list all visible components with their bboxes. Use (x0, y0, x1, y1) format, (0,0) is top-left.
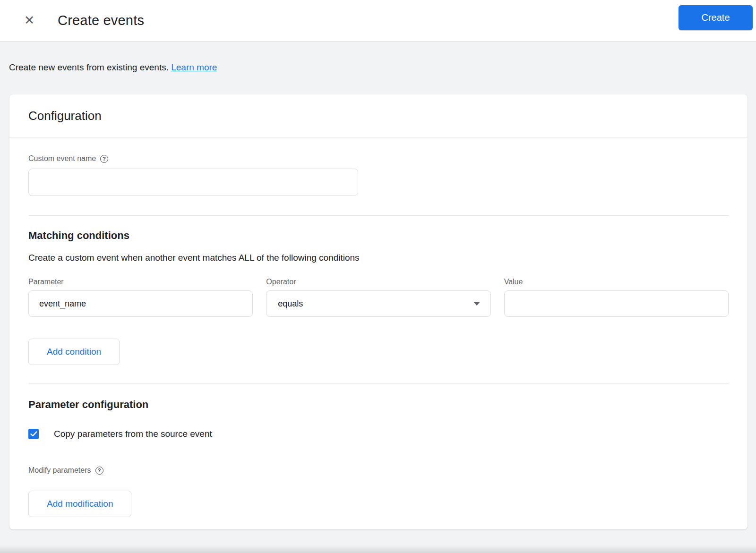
custom-event-name-label: Custom event name (28, 154, 96, 163)
add-modification-button[interactable]: Add modification (28, 491, 131, 517)
copy-parameters-label: Copy parameters from the source event (54, 429, 212, 439)
modify-parameters-row: Modify parameters ? (28, 466, 729, 475)
condition-row: Parameter Operator equals Value (28, 278, 729, 317)
create-button[interactable]: Create (679, 5, 753, 30)
parameter-configuration-section: Parameter configuration Copy parameters … (9, 383, 747, 517)
parameter-label: Parameter (28, 278, 253, 286)
operator-select[interactable]: equals (266, 290, 490, 317)
value-input[interactable] (504, 290, 729, 317)
help-icon[interactable]: ? (95, 467, 103, 475)
close-icon: ✕ (24, 14, 35, 27)
operator-label: Operator (266, 278, 490, 286)
copy-parameters-checkbox[interactable] (28, 429, 39, 439)
page-title: Create events (58, 13, 144, 28)
modify-parameters-label: Modify parameters (28, 466, 91, 475)
bottom-shadow (0, 545, 756, 553)
matching-conditions-section: Matching conditions Create a custom even… (9, 216, 747, 365)
add-condition-button[interactable]: Add condition (28, 339, 120, 365)
operator-column: Operator equals (266, 278, 490, 317)
close-button[interactable]: ✕ (21, 12, 38, 29)
intro-description: Create new events from existing events. (9, 62, 169, 72)
parameter-configuration-title: Parameter configuration (28, 399, 729, 411)
configuration-title: Configuration (28, 109, 729, 123)
parameter-column: Parameter (28, 278, 253, 317)
dialog-header: ✕ Create events Create (0, 0, 756, 42)
chevron-down-icon (473, 302, 480, 306)
checkmark-icon (30, 431, 37, 437)
help-icon[interactable]: ? (100, 155, 108, 163)
matching-conditions-description: Create a custom event when another event… (28, 253, 729, 263)
value-label: Value (504, 278, 729, 286)
operator-selected-value: equals (278, 299, 303, 309)
card-header: Configuration (9, 94, 747, 137)
copy-parameters-row[interactable]: Copy parameters from the source event (28, 429, 729, 439)
parameter-input[interactable] (28, 290, 253, 317)
custom-event-name-input[interactable] (28, 169, 358, 196)
matching-conditions-title: Matching conditions (28, 230, 729, 242)
learn-more-link[interactable]: Learn more (171, 62, 217, 72)
intro-text: Create new events from existing events. … (0, 42, 756, 73)
value-column: Value (504, 278, 729, 317)
custom-event-name-section: Custom event name ? (9, 137, 747, 196)
configuration-card: Configuration Custom event name ? Matchi… (9, 94, 747, 529)
